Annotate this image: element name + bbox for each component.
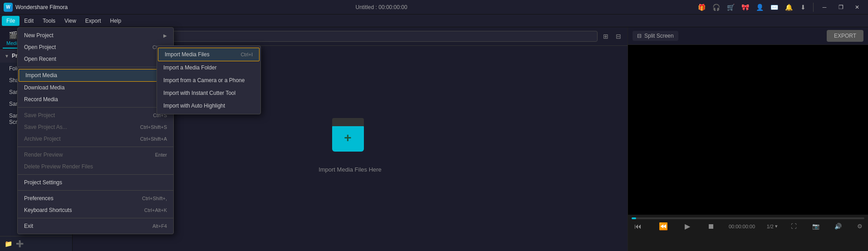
menu-delete-preview[interactable]: Delete Preview Render Files [18,161,173,172]
menu-record-media[interactable]: Record Media ▶ [18,94,173,105]
page-text: 1/2 [767,224,774,229]
sidebar-bottom: 📁 ➕ [0,236,72,251]
grid-view-button[interactable]: ⊟ [614,31,623,42]
menu-file[interactable]: File [2,16,20,26]
submenu-import-files[interactable]: Import Media Files Ctrl+I [158,48,260,61]
menu-tools[interactable]: Tools [38,16,60,26]
new-folder-button[interactable]: ➕ [16,240,24,247]
submenu-import-instant[interactable]: Import with Instant Cutter Tool [157,87,260,99]
menu-archive-project[interactable]: Archive Project Ctrl+Shift+A [18,133,173,145]
submenu-import-camera[interactable]: Import from a Camera or a Phone [157,74,260,87]
download-icon[interactable]: ⬇ [797,2,809,13]
preview-panel: ⊟ Split Screen EXPORT ⏮ ⏪ ▶ ⏹ 00:00:00:0… [628,27,868,251]
file-dropdown: New Project ▶ Open Project Ctrl+O Open R… [17,27,174,234]
expand-arrow-icon: ▼ [5,54,9,59]
menu-view[interactable]: View [60,16,81,26]
submenu-import-folder[interactable]: Import a Media Folder [157,61,260,74]
menu-save-project[interactable]: Save Project Ctrl+S [18,109,173,121]
menu-open-project[interactable]: Open Project Ctrl+O [18,41,173,53]
user-icon[interactable]: 👤 [753,2,766,13]
play-button[interactable]: ▶ [682,221,693,231]
titlebar-left: W Wondershare Filmora [4,3,68,12]
plus-icon: + [344,131,351,145]
clapperboard: + [332,124,364,152]
import-label: Import Media Files Here [319,166,382,173]
notification-icon[interactable]: 🔔 [782,2,795,13]
gift-icon[interactable]: 🎁 [695,2,708,13]
import-icon: + [332,124,368,161]
import-files-label: Import Media Files [165,51,210,58]
menu-open-recent[interactable]: Open Recent ▶ [18,53,173,65]
split-screen-button[interactable]: ⊟ Split Screen [633,31,678,41]
divider-1 [18,67,173,67]
menu-export[interactable]: Export [81,16,106,26]
titlebar: W Wondershare Filmora Untitled : 00:00:0… [0,0,868,15]
headset-icon[interactable]: 🎧 [710,2,722,13]
menu-edit[interactable]: Edit [20,16,38,26]
menu-help[interactable]: Help [106,16,126,26]
restore-button[interactable]: ❐ [834,1,848,14]
menu-keyboard-shortcuts[interactable]: Keyboard Shortcuts Ctrl+Alt+K [18,204,173,216]
titlebar-controls: 🎁 🎧 🛒 🎀 👤 ✉️ 🔔 ⬇ ─ ❐ ✕ [695,1,864,14]
filter-button[interactable]: ⊞ [601,31,610,42]
import-files-shortcut: Ctrl+I [240,52,253,57]
menu-project-settings[interactable]: Project Settings [18,177,173,188]
import-camera-label: Import from a Camera or a Phone [163,77,245,84]
import-folder-label: Import a Media Folder [163,64,216,71]
preview-area [628,45,868,215]
menubar: File Edit Tools View Export Help [0,15,868,27]
stop-button[interactable]: ⏹ [705,221,717,231]
progress-bar[interactable] [632,217,864,219]
divider-6 [18,218,173,218]
add-folder-button[interactable]: 📁 [5,240,12,247]
close-button[interactable]: ✕ [850,1,864,14]
cart-icon[interactable]: 🛒 [724,2,737,13]
fullscreen-button[interactable]: ⛶ [789,222,799,231]
import-highlight-label: Import with Auto Highlight [163,103,225,109]
divider-2 [18,107,173,108]
titlebar-title: Untitled : 00:00:00:00 [356,4,407,10]
skip-back-button[interactable]: ⏮ [632,221,644,231]
menu-import-media[interactable]: Import Media ▶ [19,69,172,82]
media-tab-icon: 🎬 [9,31,18,39]
split-screen-label: Split Screen [644,33,674,39]
divider-3 [18,147,173,147]
gift2-icon[interactable]: 🎀 [739,2,751,13]
main-area: 🎬 Media 🎵 Audio T Titles ▼ Project Media… [0,27,868,251]
menu-save-project-as[interactable]: Save Project As... Ctrl+Shift+S [18,121,173,133]
divider-4 [18,174,173,175]
app-name: Wondershare Filmora [15,4,68,10]
submenu-import-highlight[interactable]: Import with Auto Highlight [157,99,260,112]
menu-exit[interactable]: Exit Alt+F4 [18,220,173,232]
split-screen-icon: ⊟ [637,33,642,39]
menu-download-media[interactable]: Download Media [18,82,173,94]
controls-row: ⏮ ⏪ ▶ ⏹ 00:00:00:00 1/2 ▾ ⛶ 📷 🔊 ⚙ [632,221,864,231]
menu-new-project[interactable]: New Project ▶ [18,30,173,41]
app-logo: W [4,3,13,12]
preview-top-bar: ⊟ Split Screen EXPORT [628,27,868,45]
import-submenu: Import Media Files Ctrl+I Import a Media… [157,45,261,114]
divider-5 [18,190,173,191]
import-instant-label: Import with Instant Cutter Tool [163,90,235,96]
volume-button[interactable]: 🔊 [833,222,843,231]
preview-controls: ⏮ ⏪ ▶ ⏹ 00:00:00:00 1/2 ▾ ⛶ 📷 🔊 ⚙ [628,215,868,251]
step-back-button[interactable]: ⏪ [656,221,671,231]
menu-render-preview[interactable]: Render Preview Enter [18,149,173,161]
page-dropdown-icon[interactable]: ▾ [775,223,778,229]
new-project-arrow: ▶ [163,33,167,38]
minimize-button[interactable]: ─ [817,1,832,14]
menu-preferences[interactable]: Preferences Ctrl+Shift+, [18,192,173,204]
camera-button[interactable]: 📷 [810,222,821,231]
time-display: 00:00:00:00 [729,224,755,229]
page-indicator: 1/2 ▾ [767,223,778,229]
message-icon[interactable]: ✉️ [768,2,780,13]
settings-button[interactable]: ⚙ [855,222,864,231]
export-button[interactable]: EXPORT [827,30,863,42]
